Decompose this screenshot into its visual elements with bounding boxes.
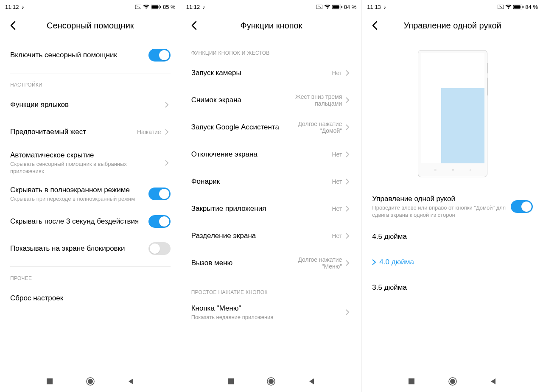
preview-nav-back-icon: ‹ [469, 168, 470, 172]
battery-icon [151, 5, 161, 9]
chevron-right-icon [344, 206, 351, 212]
preview-nav-home-icon: ○ [452, 168, 454, 172]
page-title: Управление одной рукой [369, 21, 536, 31]
nav-back-icon[interactable] [490, 378, 497, 385]
svg-rect-5 [47, 378, 53, 384]
enable-touch-assistant-row[interactable]: Включить сенсорный помощник [10, 42, 171, 69]
page-title: Функции кнопок [188, 21, 355, 31]
svg-rect-19 [514, 5, 521, 8]
menu-button-row[interactable]: Кнопка "Меню" Показать недавние приложен… [191, 299, 352, 326]
svg-point-7 [88, 379, 93, 384]
screenshot-row[interactable]: Снимок экрана Жест вниз тремя пальцами [191, 87, 352, 114]
header: Управление одной рукой [362, 12, 543, 42]
chevron-right-icon [344, 151, 351, 157]
hide-idle-row[interactable]: Скрывать после 3 секунд бездействия [10, 208, 171, 235]
nav-recents-icon[interactable] [408, 378, 415, 385]
divider [10, 73, 171, 73]
show-on-lockscreen-row[interactable]: Показывать на экране блокировки [10, 235, 171, 262]
lock-label: Показывать на экране блокировки [10, 244, 145, 253]
svg-line-9 [318, 6, 321, 8]
chevron-right-icon [344, 70, 351, 76]
svg-line-17 [499, 6, 502, 8]
screen-touch-assistant: 11:12 ♪ 85 % Сенсорный помощник Включить… [0, 0, 181, 392]
row-value: Нет [332, 178, 342, 185]
size-option-45[interactable]: 4.5 дюйма [372, 224, 533, 249]
section-settings: НАСТРОЙКИ [10, 82, 171, 88]
row-label: Закрытие приложения [191, 204, 329, 213]
chevron-right-icon [163, 102, 171, 108]
idle-toggle[interactable] [148, 215, 171, 228]
no-sim-icon [135, 5, 141, 9]
shortcut-functions-row[interactable]: Функции ярлыков [10, 91, 171, 118]
size-option-40[interactable]: 4.0 дюйма [372, 249, 533, 275]
shortcut-label: Функции ярлыков [10, 100, 161, 109]
preferred-gesture-row[interactable]: Предпочитаемый жест Нажатие [10, 118, 171, 146]
battery-percent: 85 % [163, 4, 176, 10]
wifi-icon [143, 5, 149, 9]
auto-hide-row[interactable]: Автоматическое скрытие Скрывать сенсорны… [10, 146, 171, 180]
svg-point-15 [269, 379, 274, 384]
status-time: 11:13 [367, 4, 381, 10]
header: Сенсорный помощник [0, 12, 181, 42]
music-icon: ♪ [383, 4, 386, 10]
music-icon: ♪ [22, 4, 25, 10]
header: Функции кнопок [181, 12, 362, 42]
enable-label: Включить сенсорный помощник [10, 50, 145, 60]
chevron-right-icon [163, 160, 171, 166]
split-screen-row[interactable]: Разделение экрана Нет [191, 222, 352, 249]
menubtn-label: Кнопка "Меню" [191, 304, 342, 313]
fullscreen-label: Скрывать в полноэкранном режиме [10, 185, 145, 195]
battery-icon [513, 5, 523, 9]
battery-icon [332, 5, 342, 9]
svg-rect-11 [333, 5, 339, 8]
hide-fullscreen-row[interactable]: Скрывать в полноэкранном режиме Скрывать… [10, 180, 171, 208]
status-bar: 11:12 ♪ 85 % [0, 0, 181, 12]
chevron-right-icon [344, 260, 351, 266]
section-gestures: ФУНКЦИИ КНОПОК И ЖЕСТОВ [191, 50, 352, 56]
size-label: 4.5 дюйма [372, 232, 407, 241]
one-handed-label: Управление одной рукой [372, 194, 507, 204]
one-handed-enable-row[interactable]: Управление одной рукой Проведите влево и… [372, 189, 533, 224]
reset-settings-row[interactable]: Сброс настроек [10, 285, 171, 312]
google-assistant-row[interactable]: Запуск Google Ассистента Долгое нажатие … [191, 114, 352, 141]
row-label: Разделение экрана [191, 231, 329, 241]
nav-recents-icon[interactable] [227, 378, 235, 385]
svg-rect-4 [160, 6, 161, 8]
one-handed-sub: Проведите влево или вправо от кнопки "До… [372, 204, 507, 219]
one-handed-toggle[interactable] [511, 200, 533, 213]
close-app-row[interactable]: Закрытие приложения Нет [191, 195, 352, 222]
nav-home-icon[interactable] [266, 377, 276, 386]
enable-toggle[interactable] [148, 49, 171, 62]
nav-back-icon[interactable] [308, 378, 316, 385]
divider [10, 266, 171, 267]
nav-back-icon[interactable] [127, 378, 135, 385]
chevron-right-icon [344, 179, 351, 185]
chevron-right-icon [163, 129, 171, 135]
page-title: Сенсорный помощник [7, 21, 174, 31]
show-menu-row[interactable]: Вызов меню Долгое нажатие "Меню" [191, 249, 352, 277]
row-value: Нет [332, 205, 342, 212]
lock-toggle[interactable] [148, 242, 171, 255]
gesture-label: Предпочитаемый жест [10, 127, 134, 137]
fullscreen-sub: Скрывать при переходе в полноэкранный ре… [10, 196, 145, 203]
svg-rect-3 [152, 5, 159, 8]
screen-button-functions: 11:12 ♪ 84 % Функции кнопок ФУНКЦИИ КНОП… [181, 0, 362, 392]
status-bar: 11:12 ♪ 84 % [181, 0, 362, 12]
svg-rect-12 [341, 6, 342, 8]
turn-off-screen-row[interactable]: Отключение экрана Нет [191, 141, 352, 168]
screen-one-handed: 11:13 ♪ 84 % Управление одной рукой [362, 0, 543, 392]
nav-home-icon[interactable] [86, 377, 95, 386]
chevron-right-icon [344, 233, 351, 239]
nav-home-icon[interactable] [448, 377, 457, 386]
row-value: Долгое нажатие "Домой" [283, 120, 342, 134]
launch-camera-row[interactable]: Запуск камеры Нет [191, 59, 352, 87]
fullscreen-toggle[interactable] [148, 188, 171, 200]
nav-recents-icon[interactable] [46, 378, 53, 385]
size-label: 3.5 дюйма [372, 283, 407, 292]
size-option-35[interactable]: 3.5 дюйма [372, 275, 533, 300]
flashlight-row[interactable]: Фонарик Нет [191, 168, 352, 195]
reset-label: Сброс настроек [10, 294, 171, 303]
no-sim-icon [498, 5, 504, 9]
row-value: Нет [332, 70, 342, 76]
section-other: ПРОЧЕЕ [10, 275, 171, 281]
